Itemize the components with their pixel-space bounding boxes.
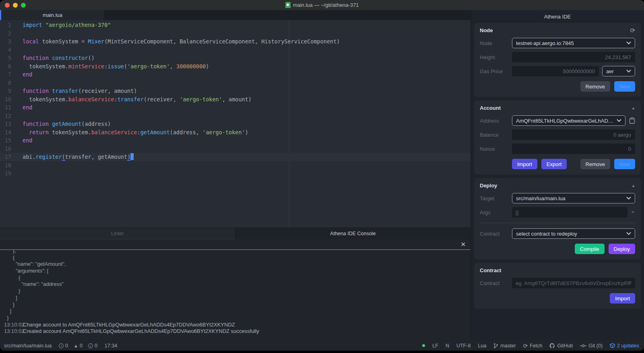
code-editor[interactable]: 1import "aergoio/athena-370"23local toke… [0,20,471,228]
git-commits[interactable]: Git (0) [580,343,603,349]
tab-athena-console[interactable]: Athena IDE Console [235,228,471,239]
line-ending-indicator[interactable]: LF [432,343,438,349]
console-json-line: "name": "address" [4,281,471,288]
target-select[interactable]: src/main/lua/main.lua [512,193,635,203]
line-number: 17 [0,153,11,161]
account-export-button[interactable]: Export [541,159,567,169]
log-message: Created account AmQFnt65LTkHLGpQwbwexarG… [23,328,259,335]
text-cursor [130,153,134,160]
code-line: 11end [0,103,471,112]
code-line: 16 [0,145,471,153]
newline-indicator[interactable]: N [446,343,449,349]
node-label: Node [480,40,512,46]
console-json-line: ] [4,295,471,302]
git-branch[interactable]: master [493,343,516,349]
collapse-icon[interactable]: ▲ [632,106,635,110]
info-count: 0 [95,343,97,349]
app-window: main.lua — ~/git/athena-371 main.lua 1im… [0,0,644,351]
deploy-button[interactable]: Deploy [609,244,635,254]
account-remove-button[interactable]: Remove [580,159,610,169]
error-count: 0 [65,343,68,349]
console-json-line: } [4,288,471,295]
console-json-line: "arguments": [ [4,268,471,275]
node-remove-button[interactable]: Remove [580,81,610,92]
contract-address-input[interactable] [512,278,635,288]
clipboard-icon[interactable] [629,117,635,124]
linter-status[interactable]: ! 0 ▲ 0 i 0 [59,343,97,349]
contract-panel: Contract Contract Import [474,263,641,309]
lua-file-icon [285,2,291,8]
deploy-panel: Deploy ▲ Target src/main/lua/main.lua [474,178,641,259]
contract-panel-title: Contract [480,267,501,273]
node-select[interactable]: testnet-api.aergo.io:7845 [512,38,635,48]
sidebar-title: Athena IDE [471,10,644,23]
code-line: 1import "aergoio/athena-370" [0,21,471,29]
git-fetch[interactable]: ⟳ Fetch [523,343,542,349]
contract-import-button[interactable]: Import [610,293,635,304]
account-import-button[interactable]: Import [512,159,537,169]
error-icon: ! [59,343,64,348]
code-line: 10 tokenSystem.balanceService:transfer(r… [0,95,471,104]
line-number: 6 [0,62,11,71]
compile-button[interactable]: Compile [575,244,605,254]
line-number: 9 [0,87,11,95]
github-link[interactable]: GitHub [549,343,573,349]
code-line: 14 return tokenSystem.balanceService:get… [0,128,471,137]
collapse-icon[interactable]: ▲ [632,184,635,188]
console-output: }, { "name": "getAmount", "arguments": [… [4,249,471,335]
code-line: 18 [0,161,471,170]
tab-linter[interactable]: Linter [0,228,235,239]
chevron-down-icon[interactable] [631,211,635,214]
node-panel: Node ⟳ Node testnet-api.aergo.io:7845 [474,23,641,97]
account-panel: Account ▲ Address AmQFnt65LTkHLGpQwbwexa… [474,101,641,174]
line-number: 18 [0,161,11,170]
close-icon[interactable]: ✕ [460,241,466,247]
node-panel-title: Node [480,27,493,33]
package-icon [610,343,615,348]
log-timestamp: 13:10:02 [4,328,19,335]
args-label: Args [480,209,512,215]
encoding-indicator[interactable]: UTF-8 [456,343,471,349]
language-indicator[interactable]: Lua [478,343,486,349]
refresh-icon[interactable]: ⟳ [630,27,635,33]
divider [480,223,635,223]
line-number: 19 [0,169,11,178]
account-new-button[interactable]: New [614,159,635,169]
gas-unit-select[interactable]: aer [602,66,635,76]
code-line: 4 [0,46,471,54]
address-label: Address [480,118,512,124]
code-line: 5function constructor() [0,54,471,62]
code-line: 6 tokenSystem.mintService:issue('aergo-t… [0,62,471,71]
address-select[interactable]: AmQFnt65LTkHLGpQwbwexarGeLhADDs4... [512,115,625,126]
balance-label: Balance [480,132,512,138]
target-label: Target [480,195,512,201]
cursor-position[interactable]: 17:34 [105,343,117,349]
log-message: Change account to AmQFnt65LTkHLGpQwbwexa… [23,322,235,328]
redeploy-contract-select[interactable]: select contract to redeploy [512,228,635,239]
console-json-line: { [4,254,471,261]
fetch-icon: ⟳ [523,343,528,349]
line-number: 12 [0,112,11,120]
window-title-wrap: main.lua — ~/git/athena-371 [0,2,644,8]
gas-price-value: 50000000000 [512,66,599,76]
info-icon: i [88,343,93,348]
line-number: 8 [0,79,11,87]
args-input[interactable] [512,207,627,218]
file-path: src/main/lua/main.lua [4,343,52,349]
updates-link[interactable]: 2 updates [610,343,639,349]
chevron-down-icon [626,70,631,73]
code-line: 17abi.register(transfer, getAmount) [0,153,471,161]
console-json-line: "name": "getAmount", [4,261,471,268]
chevron-down-icon [617,119,621,122]
gas-price-label: Gas Price [480,68,512,74]
line-number: 14 [0,128,11,137]
code-line: 13function getAmount(address) [0,120,471,128]
height-label: Height [480,54,512,60]
line-number: 7 [0,70,11,79]
console-header: ✕ [0,239,471,249]
console-output-pane[interactable]: }, { "name": "getAmount", "arguments": [… [0,249,471,341]
tab-main-lua[interactable]: main.lua [0,10,104,20]
balance-value: 0 aergo [512,129,635,140]
green-dot-icon [422,344,425,347]
node-new-button[interactable]: New [614,81,635,92]
